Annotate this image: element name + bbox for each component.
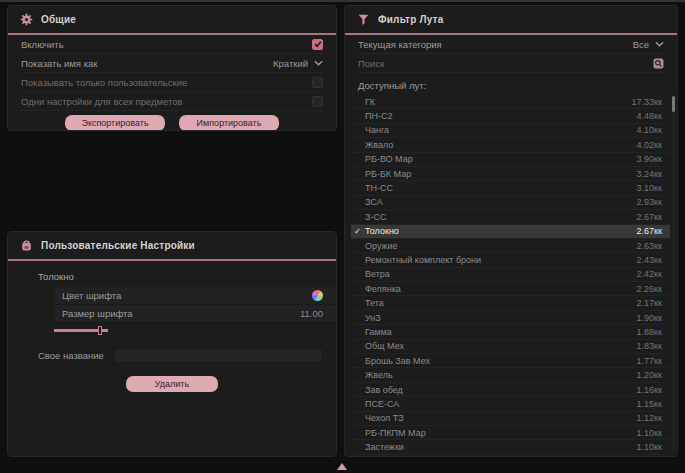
loot-row[interactable]: Толокно 2.67кк [351,225,670,239]
enable-row: Включить [21,35,323,54]
loot-item-name: РБ-БК Мар [365,169,411,179]
loot-item-name: Фелянка [365,284,401,294]
loot-item-value: 3.10кк [637,183,662,193]
loot-row[interactable]: РБ-БК Мар 3.24кк [351,167,670,181]
export-button[interactable]: Экспортировать [65,115,165,131]
loot-row[interactable]: Жвало 4.02кк [351,138,670,152]
loot-item-value: 4.02кк [637,140,662,150]
only-custom-checkbox[interactable] [312,77,323,88]
loot-row[interactable]: Жвель 1.20кк [351,368,670,382]
loot-item-value: 2.43кк [637,255,662,265]
font-color-row: Цвет шрифта [54,287,336,305]
loot-scrollbar-thumb[interactable] [672,96,675,112]
loot-row[interactable]: Чехол ТЗ 1.12кк [351,412,670,426]
loot-item-name: Чехол ТЗ [365,413,404,423]
custom-name-input[interactable] [114,348,323,363]
collapse-handle-icon[interactable] [337,463,347,470]
category-value: Все [633,39,649,50]
slider-handle[interactable] [98,326,102,335]
loot-row[interactable]: ПН-С2 4.48кк [351,109,670,123]
import-button[interactable]: Импортировать [179,115,279,131]
enable-label: Включить [21,39,64,50]
font-color-label: Цвет шрифта [62,290,121,301]
available-loot-label: Доступный лут: [358,80,664,91]
loot-item-value: 2.26кк [637,284,662,294]
loot-item-name: Толокно [365,226,399,236]
loot-item-name: З-СС [365,212,386,222]
loot-item-name: ТН-СС [365,183,393,193]
loot-row[interactable]: Застежки 1.10кк [351,440,670,454]
gear-icon [20,13,33,26]
panel-filter-header: Фильтр Лута [345,6,677,35]
panel-general-header: Общие [8,6,336,35]
panel-loot-filter: Фильтр Лута Текущая категория Все Доступ… [344,5,678,457]
custom-name-row: Свое название [38,348,323,363]
loot-item-name: Общ Мех [365,341,404,351]
font-size-slider[interactable] [54,329,108,332]
loot-item-value: 1.12кк [637,413,662,423]
loot-item-value: 2.17кк [637,298,662,308]
loot-item-value: 1.77кк [637,356,662,366]
selected-item-name: Толокно [38,271,323,282]
search-row [358,54,664,73]
loot-item-value: 17.33кк [632,97,662,107]
panel-custom-settings: Пользовательские Настройки Толокно Цвет … [7,231,337,457]
loot-item-value: 1.16кк [637,385,662,395]
funnel-icon [357,13,370,26]
loot-item-name: 0.2BTC [365,456,396,457]
color-wheel-icon[interactable] [312,290,323,301]
loot-item-name: РБ-ПКПМ Мар [365,428,426,438]
search-input[interactable] [358,58,653,69]
enable-checkbox[interactable] [312,39,323,50]
same-for-all-checkbox[interactable] [312,96,323,107]
check-icon [354,226,361,236]
category-label: Текущая категория [358,39,442,50]
search-icon[interactable] [653,58,664,69]
loot-row[interactable]: Общ Мех 1.83кк [351,340,670,354]
loot-row[interactable]: ТН-СС 3.10кк [351,181,670,195]
loot-row[interactable]: УнЗ 1.90кк [351,311,670,325]
panel-general-title: Общие [41,14,76,25]
loot-row[interactable]: Гамма 1.88кк [351,325,670,339]
backpack-icon [20,239,33,252]
loot-item-value: 2.93кк [637,197,662,207]
loot-row[interactable]: Чанга 4.10кк [351,124,670,138]
loot-item-name: Зав обед [365,385,403,395]
loot-item-value: 2.67кк [637,212,662,222]
loot-row[interactable]: РБ-ВО Мар 3.90кк [351,153,670,167]
loot-item-value: 1.10кк [637,428,662,438]
name-as-dropdown[interactable]: Краткий [273,58,323,69]
loot-row[interactable]: З-СС 2.67кк [351,210,670,224]
delete-button[interactable]: Удалить [126,376,218,392]
loot-row[interactable]: Ветра 2.42кк [351,268,670,282]
loot-item-name: Ремонтный комплект брони [365,255,481,265]
loot-item-name: Жвель [365,370,393,380]
delete-row: Удалить [8,376,336,392]
loot-row[interactable]: ЗСА 2.93кк [351,196,670,210]
name-as-value: Краткий [273,58,308,69]
category-dropdown[interactable]: Все [633,39,664,50]
loot-row[interactable]: ГК 17.33кк [351,95,670,109]
loot-item-name: Чанга [365,125,389,135]
same-for-all-row: Одни настройки для всех предметов [21,92,323,111]
loot-row[interactable]: Тета 2.17кк [351,296,670,310]
loot-row[interactable]: Фелянка 2.26кк [351,282,670,296]
font-size-label: Размер шрифта [62,308,133,319]
check-icon [314,40,322,48]
loot-row[interactable]: Ремонтный комплект брони 2.43кк [351,253,670,267]
loot-row[interactable]: 0.2BTC 1.05кк [351,455,670,457]
loot-item-value: 1.10кк [637,442,662,452]
loot-item-name: ПСЕ-СА [365,399,399,409]
loot-row[interactable]: Брошь Зав Мех 1.77кк [351,354,670,368]
panel-custom-header: Пользовательские Настройки [8,232,336,261]
loot-row[interactable]: Зав обед 1.16кк [351,383,670,397]
loot-scrollbar[interactable] [672,94,675,453]
loot-row[interactable]: Оружие 2.63кк [351,239,670,253]
loot-row[interactable]: ПСЕ-СА 1.15кк [351,397,670,411]
loot-row[interactable]: РБ-ПКПМ Мар 1.10кк [351,426,670,440]
loot-item-name: ЗСА [365,197,383,207]
font-size-value: 11.00 [300,308,323,319]
loot-list: ГК 17.33кк ПН-С2 4.48кк Чанга 4.10кк Жва… [351,95,670,457]
loot-item-value: 3.90кк [637,154,662,164]
loot-item-value: 1.88кк [637,327,662,337]
